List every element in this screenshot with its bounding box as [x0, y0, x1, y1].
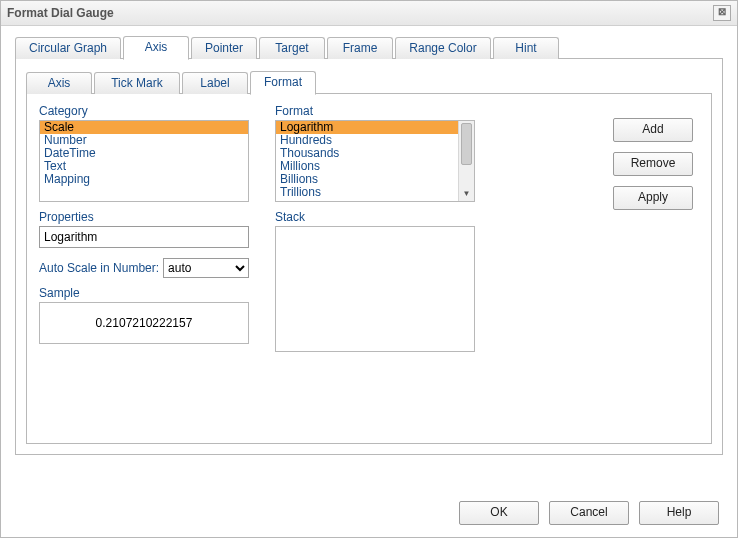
sample-label: Sample: [39, 286, 249, 300]
sample-value: 0.2107210222157: [96, 316, 193, 330]
titlebar: Format Dial Gauge ⊠: [1, 1, 737, 26]
remove-button[interactable]: Remove: [613, 152, 693, 176]
tab-hint[interactable]: Hint: [493, 37, 559, 59]
add-button[interactable]: Add: [613, 118, 693, 142]
stack-listbox[interactable]: [275, 226, 475, 352]
sub-panel: Category Scale Number DateTime Text Mapp…: [26, 94, 712, 444]
action-column: Add Remove Apply: [501, 104, 699, 352]
help-button[interactable]: Help: [639, 501, 719, 525]
list-item[interactable]: Trillions: [276, 186, 458, 199]
main-tabstrip: Circular Graph Axis Pointer Target Frame…: [15, 36, 723, 59]
apply-button[interactable]: Apply: [613, 186, 693, 210]
sample-display: 0.2107210222157: [39, 302, 249, 344]
scroll-thumb[interactable]: [461, 123, 472, 165]
category-label: Category: [39, 104, 249, 118]
format-label: Format: [275, 104, 475, 118]
tab-pointer[interactable]: Pointer: [191, 37, 257, 59]
format-column: Format Logarithm Hundreds Thousands Mill…: [275, 104, 475, 352]
dialog-footer: OK Cancel Help: [1, 489, 737, 537]
stack-label: Stack: [275, 210, 475, 224]
category-column: Category Scale Number DateTime Text Mapp…: [39, 104, 249, 352]
cancel-button[interactable]: Cancel: [549, 501, 629, 525]
category-listbox[interactable]: Scale Number DateTime Text Mapping: [39, 120, 249, 202]
tab-axis[interactable]: Axis: [123, 36, 189, 60]
auto-scale-row: Auto Scale in Number: auto: [39, 258, 249, 278]
subtab-tick-mark[interactable]: Tick Mark: [94, 72, 180, 94]
sub-tabstrip: Axis Tick Mark Label Format: [26, 71, 712, 94]
scrollbar[interactable]: ▼: [458, 121, 474, 201]
subtab-label[interactable]: Label: [182, 72, 248, 94]
main-panel: Axis Tick Mark Label Format Category Sca…: [15, 59, 723, 455]
list-item[interactable]: DateTime: [40, 147, 248, 160]
auto-scale-label: Auto Scale in Number:: [39, 261, 159, 275]
tab-circular-graph[interactable]: Circular Graph: [15, 37, 121, 59]
tab-range-color[interactable]: Range Color: [395, 37, 491, 59]
subtab-axis[interactable]: Axis: [26, 72, 92, 94]
close-icon[interactable]: ⊠: [713, 5, 731, 21]
ok-button[interactable]: OK: [459, 501, 539, 525]
auto-scale-select[interactable]: auto: [163, 258, 249, 278]
tab-frame[interactable]: Frame: [327, 37, 393, 59]
subtab-format[interactable]: Format: [250, 71, 316, 95]
dialog-window: Format Dial Gauge ⊠ Circular Graph Axis …: [0, 0, 738, 538]
properties-label: Properties: [39, 210, 249, 224]
properties-input[interactable]: [39, 226, 249, 248]
format-listbox[interactable]: Logarithm Hundreds Thousands Millions Bi…: [275, 120, 475, 202]
chevron-down-icon[interactable]: ▼: [459, 187, 474, 201]
window-title: Format Dial Gauge: [7, 6, 713, 20]
tab-target[interactable]: Target: [259, 37, 325, 59]
list-item[interactable]: Mapping: [40, 173, 248, 186]
dialog-content: Circular Graph Axis Pointer Target Frame…: [1, 26, 737, 489]
